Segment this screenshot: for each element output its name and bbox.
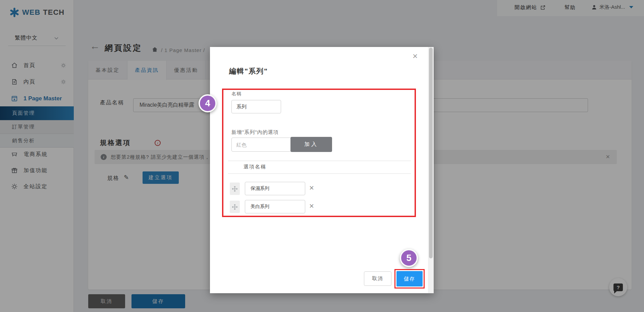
delete-option-icon[interactable]: × (309, 202, 314, 210)
add-option-input[interactable] (231, 138, 291, 152)
name-label: 名稱 (231, 91, 241, 97)
divider (228, 173, 411, 174)
modal-cancel-button[interactable]: 取消 (364, 271, 391, 286)
option-name-input[interactable] (245, 182, 305, 195)
add-option-label: 新增"系列"內的選項 (231, 129, 279, 136)
name-input[interactable] (231, 100, 281, 113)
add-button[interactable]: 加入 (290, 137, 332, 152)
delete-option-icon[interactable]: × (309, 184, 314, 192)
modal-close-icon[interactable]: × (413, 52, 418, 60)
scrollbar-thumb[interactable] (429, 48, 433, 258)
step-badge-5: 5 (400, 249, 418, 267)
divider (228, 161, 411, 161)
modal-save-button[interactable]: 儲存 (396, 271, 423, 287)
step-badge-4: 4 (199, 94, 217, 112)
modal-scrollbar[interactable] (428, 47, 434, 293)
drag-handle[interactable] (230, 183, 240, 195)
options-table-header: 選項名稱 (244, 164, 266, 170)
app-root: WEB TECH 繁體中文 首頁 (0, 0, 644, 312)
option-name-input[interactable] (245, 200, 305, 213)
modal-title: 編輯"系列" (229, 66, 268, 76)
drag-handle[interactable] (230, 201, 240, 213)
